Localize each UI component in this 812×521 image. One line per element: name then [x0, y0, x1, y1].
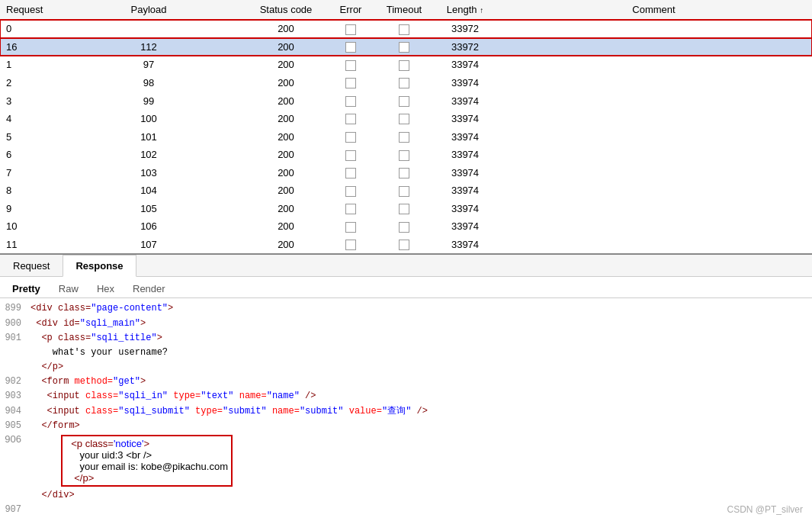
highlight-block: <p class='notice'> your uid:3 <br /> you…	[61, 435, 233, 487]
line-number: 905	[0, 419, 30, 433]
line-number	[0, 488, 30, 503]
line-number	[0, 346, 30, 360]
col-comment[interactable]: Comment	[496, 0, 812, 20]
line-content: <div class="page-content">	[30, 301, 173, 316]
table-row[interactable]: 10 106 200 33974	[0, 217, 812, 236]
watermark-text: CSDN @PT_silver	[727, 504, 803, 512]
error-checkbox[interactable]	[345, 222, 356, 233]
table-row[interactable]: 11 107 200 33974	[0, 236, 812, 254]
table-row[interactable]: 5 101 200 33974	[0, 127, 812, 146]
line-number: 899	[0, 301, 30, 316]
code-line: </p>	[66, 472, 228, 484]
col-status[interactable]: Status code	[244, 0, 328, 20]
timeout-checkbox[interactable]	[399, 222, 409, 233]
tab-response[interactable]: Response	[63, 255, 136, 277]
line-content: </form>	[30, 419, 80, 433]
line-content: </div>	[30, 488, 75, 503]
sub-tab-render[interactable]: Render	[124, 280, 175, 297]
code-panel: 899<div class="page-content">900 <div id…	[0, 298, 812, 512]
error-checkbox[interactable]	[345, 168, 356, 178]
table-row[interactable]: 1 97 200 33974	[0, 56, 812, 74]
error-checkbox[interactable]	[345, 78, 356, 88]
timeout-checkbox[interactable]	[399, 168, 409, 178]
timeout-checkbox[interactable]	[399, 114, 409, 124]
table-row[interactable]: 9 105 200 33974	[0, 200, 812, 218]
timeout-checkbox[interactable]	[399, 132, 409, 143]
line-number: 907	[0, 503, 30, 512]
error-checkbox[interactable]	[345, 150, 356, 161]
timeout-checkbox[interactable]	[399, 24, 409, 35]
line-number: 906	[0, 433, 30, 445]
code-line: 900 <div id="sqli_main">	[0, 317, 812, 331]
code-line: </div>	[0, 488, 812, 503]
timeout-checkbox[interactable]	[399, 186, 409, 197]
line-number: 903	[0, 389, 30, 404]
timeout-checkbox[interactable]	[399, 42, 409, 53]
table-row[interactable]: 6 102 200 33974	[0, 146, 812, 164]
line-number	[0, 360, 30, 375]
col-error[interactable]: Error	[328, 0, 374, 20]
line-content: <input class="sqli_submit" type="submit"…	[30, 404, 428, 419]
error-checkbox[interactable]	[345, 186, 356, 197]
error-checkbox[interactable]	[345, 114, 356, 124]
line-number: 902	[0, 375, 30, 389]
timeout-checkbox[interactable]	[399, 78, 409, 88]
error-checkbox[interactable]	[345, 204, 356, 214]
line-content: <div id="sqli_main">	[30, 317, 146, 331]
line-content: <p class="sqli_title">	[30, 331, 162, 346]
table-row[interactable]: 0 200 33972	[0, 20, 812, 38]
table-row[interactable]: 8 104 200 33974	[0, 182, 812, 200]
code-line: 902 <form method="get">	[0, 375, 812, 389]
table-row[interactable]: 4 100 200 33974	[0, 110, 812, 128]
sub-tabs-bar: Pretty Raw Hex Render	[0, 277, 812, 298]
table-row[interactable]: 3 99 200 33974	[0, 92, 812, 110]
error-checkbox[interactable]	[345, 60, 356, 71]
code-line: your email is: kobe@pikachu.com	[66, 461, 228, 472]
table-row[interactable]: 7 103 200 33974	[0, 164, 812, 182]
line-content: what's your username?	[30, 346, 168, 360]
code-line: 903 <input class="sqli_in" type="text" n…	[0, 389, 812, 404]
error-checkbox[interactable]	[345, 132, 356, 143]
table-row[interactable]: 16 112 200 33972	[0, 38, 812, 56]
error-checkbox[interactable]	[345, 24, 356, 35]
tab-request[interactable]: Request	[0, 255, 63, 277]
sub-tab-hex[interactable]: Hex	[88, 280, 124, 297]
col-timeout[interactable]: Timeout	[374, 0, 435, 20]
sub-tab-raw[interactable]: Raw	[50, 280, 88, 297]
sub-tab-pretty[interactable]: Pretty	[3, 280, 50, 297]
bottom-tabs-bar: Request Response	[0, 255, 812, 277]
line-content: <form method="get">	[30, 375, 146, 389]
main-container: Request Payload Status code Error Timeou…	[0, 0, 812, 512]
table-section: Request Payload Status code Error Timeou…	[0, 0, 812, 255]
timeout-checkbox[interactable]	[399, 240, 409, 250]
line-number: 900	[0, 317, 30, 331]
line-number: 901	[0, 331, 30, 346]
error-checkbox[interactable]	[345, 96, 356, 107]
timeout-checkbox[interactable]	[399, 204, 409, 214]
error-checkbox[interactable]	[345, 42, 356, 53]
highlight-wrapper: 906 <p class='notice'> your uid:3 <br />…	[0, 433, 812, 488]
line-content: </p>	[30, 360, 63, 375]
line-number: 904	[0, 404, 30, 419]
code-line: what's your username?	[0, 346, 812, 360]
table-row[interactable]: 2 98 200 33974	[0, 74, 812, 92]
timeout-checkbox[interactable]	[399, 96, 409, 107]
code-line: 899<div class="page-content">	[0, 301, 812, 316]
code-line: your uid:3 <br />	[66, 449, 228, 461]
code-line: 905 </form>	[0, 419, 812, 433]
col-payload[interactable]: Payload	[53, 0, 244, 20]
code-line: 901 <p class="sqli_title">	[0, 331, 812, 346]
col-length[interactable]: Length ↑	[435, 0, 496, 20]
line-content: <p class='notice'>	[66, 438, 149, 449]
col-request[interactable]: Request	[0, 0, 53, 20]
results-table: Request Payload Status code Error Timeou…	[0, 0, 812, 253]
error-checkbox[interactable]	[345, 240, 356, 250]
line-content: <input class="sqli_in" type="text" name=…	[30, 389, 316, 404]
code-line: </p>	[0, 360, 812, 375]
timeout-checkbox[interactable]	[399, 60, 409, 71]
timeout-checkbox[interactable]	[399, 150, 409, 161]
code-line: 904 <input class="sqli_submit" type="sub…	[0, 404, 812, 419]
code-line: 907	[0, 503, 812, 512]
